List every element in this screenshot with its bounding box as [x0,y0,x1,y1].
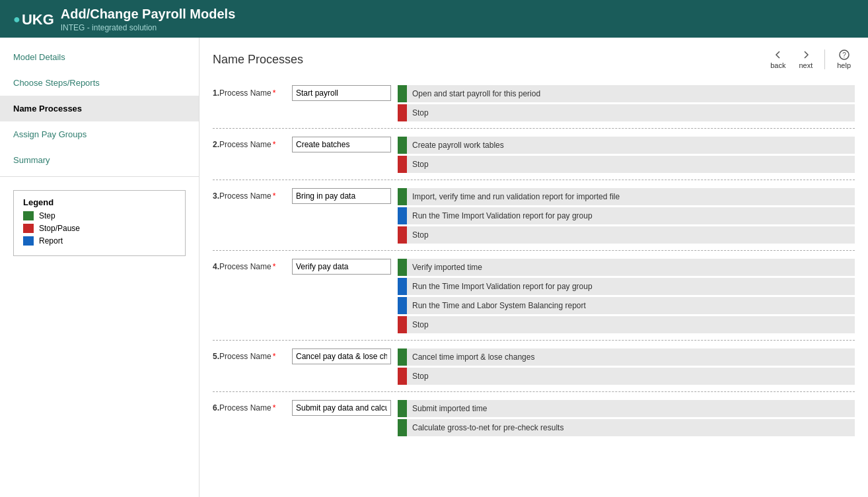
green-color-bar [398,400,407,417]
nav-buttons: back next ? help [766,47,855,72]
legend-title: Legend [23,197,176,207]
process-row-2: 2.Process Name*Create payroll work table… [213,137,855,173]
green-color-bar [398,137,407,154]
steps-list-4: Verify imported timeRun the Time Import … [398,259,855,333]
step-item: Run the Time Import Validation report fo… [398,207,855,224]
step-item: Stop [398,226,855,244]
step-item: Verify imported time [398,259,855,276]
process-label-3: 3.Process Name* [213,188,285,201]
next-button[interactable]: next [795,47,816,72]
process-row-4: 4.Process Name*Verify imported timeRun t… [213,259,855,333]
process-name-input-3[interactable] [292,188,391,204]
step-text: Run the Time Import Validation report fo… [407,211,598,220]
process-row-5: 5.Process Name*Cancel time import & lose… [213,348,855,385]
process-name-input-4[interactable] [292,259,391,275]
legend-item-stop-pause: Stop/Pause [23,224,176,233]
step-item: Cancel time import & lose changes [398,348,855,366]
page-title: Add/Change Payroll Models [61,7,235,22]
step-item: Run the Time and Labor System Balancing … [398,297,855,314]
process-label-2: 2.Process Name* [213,137,285,149]
content-title: Name Processes [213,53,303,67]
step-item: Calculate gross-to-net for pre-check res… [398,419,855,436]
step-text: Stop [407,230,434,240]
svg-text:?: ? [842,51,846,59]
sidebar-nav-item-model-details[interactable]: Model Details [0,44,199,70]
step-item: Import, verify time and run validation r… [398,188,855,205]
process-label-5: 5.Process Name* [213,348,285,361]
step-item: Run the Time Import Validation report fo… [398,278,855,295]
step-text: Stop [407,160,434,169]
step-text: Stop [407,108,434,117]
process-group-5: 5.Process Name*Cancel time import & lose… [213,340,855,391]
process-name-input-1[interactable] [292,85,391,101]
step-text: Import, verify time and run validation r… [407,192,625,201]
green-color-bar [398,419,407,436]
blue-color-bar [398,207,407,224]
green-color-bar [398,85,407,102]
content-header: Name Processes back next [199,38,868,77]
page-subtitle: INTEG - integrated solution [61,23,235,32]
process-group-3: 3.Process Name*Import, verify time and r… [213,180,855,250]
sidebar-nav-item-choose-steps/reports[interactable]: Choose Steps/Reports [0,70,199,96]
process-group-2: 2.Process Name*Create payroll work table… [213,128,855,180]
back-label: back [770,61,785,69]
red-color-bar [398,368,407,385]
step-text: Run the Time and Labor System Balancing … [407,301,591,310]
step-item: Stop [398,368,855,385]
step-item: Stop [398,316,855,333]
step-item: Open and start payroll for this period [398,85,855,102]
back-button[interactable]: back [766,47,789,72]
legend-box: Legend StepStop/PauseReport [13,190,186,256]
process-name-input-6[interactable] [292,400,391,416]
process-label-6: 6.Process Name* [213,400,285,413]
red-color-bar [398,156,407,173]
process-row-6: 6.Process Name*Submit imported timeCalcu… [213,400,855,436]
step-text: Calculate gross-to-net for pre-check res… [407,423,569,432]
step-item: Create payroll work tables [398,137,855,154]
steps-list-6: Submit imported timeCalculate gross-to-n… [398,400,855,436]
green-color-bar [398,348,407,366]
step-text: Cancel time import & lose changes [407,352,540,362]
help-label: help [837,61,851,69]
steps-list-2: Create payroll work tablesStop [398,137,855,173]
green-color-bar [398,188,407,205]
process-group-6: 6.Process Name*Submit imported timeCalcu… [213,391,855,443]
step-text: Verify imported time [407,263,488,272]
blue-color-bar [398,278,407,295]
red-color-bar [398,316,407,333]
process-name-input-5[interactable] [292,348,391,364]
process-row-3: 3.Process Name*Import, verify time and r… [213,188,855,244]
red-color-bar [398,104,407,121]
step-item: Submit imported time [398,400,855,417]
red-color-bar [398,226,407,244]
step-text: Run the Time Import Validation report fo… [407,282,598,291]
sidebar: Model DetailsChoose Steps/ReportsName Pr… [0,38,199,497]
content-area: Name Processes back next [199,38,868,497]
step-text: Submit imported time [407,404,492,413]
step-text: Stop [407,320,434,329]
sidebar-nav-item-name-processes[interactable]: Name Processes [0,96,199,121]
ukg-logo: ●UKG [13,11,54,28]
help-button[interactable]: ? help [833,47,855,72]
blue-color-bar [398,297,407,314]
process-group-4: 4.Process Name*Verify imported timeRun t… [213,250,855,340]
nav-divider [824,50,825,69]
process-label-4: 4.Process Name* [213,259,285,271]
steps-list-5: Cancel time import & lose changesStop [398,348,855,385]
step-item: Stop [398,104,855,121]
step-text: Create payroll work tables [407,141,509,150]
app-header: ●UKG Add/Change Payroll Models INTEG - i… [0,0,868,38]
next-label: next [799,61,813,69]
sidebar-nav-item-assign-pay-groups[interactable]: Assign Pay Groups [0,121,199,147]
processes-scroll[interactable]: 1.Process Name*Open and start payroll fo… [199,77,868,497]
process-name-input-2[interactable] [292,137,391,152]
legend-item-step: Step [23,211,176,220]
green-color-bar [398,259,407,276]
step-text: Stop [407,372,434,381]
step-item: Stop [398,156,855,173]
process-label-1: 1.Process Name* [213,85,285,98]
steps-list-3: Import, verify time and run validation r… [398,188,855,244]
legend-item-report: Report [23,236,176,246]
step-text: Open and start payroll for this period [407,89,546,98]
sidebar-nav-item-summary[interactable]: Summary [0,147,199,173]
